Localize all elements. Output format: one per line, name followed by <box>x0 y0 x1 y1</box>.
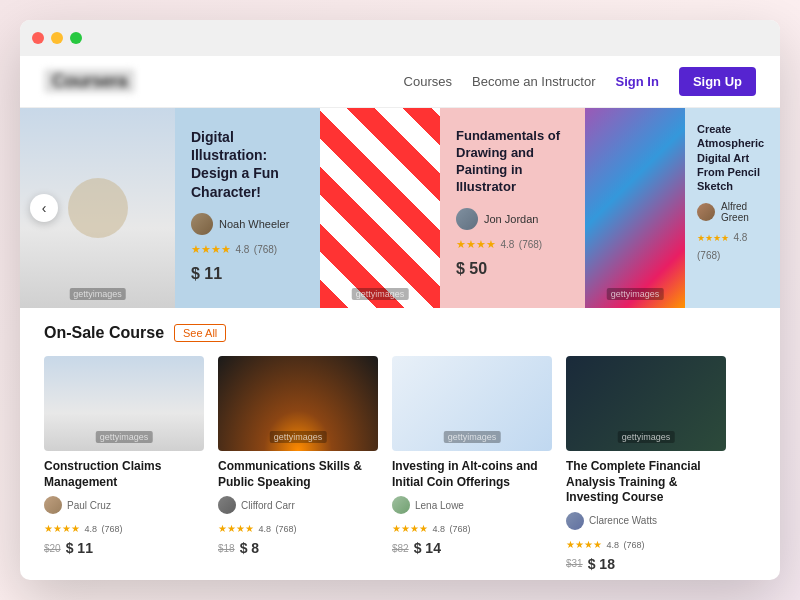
instructor-avatar-investing <box>392 496 410 514</box>
window-content: Coursera Courses Become an Instructor Si… <box>20 56 780 580</box>
watermark-2: gettyimages <box>352 288 409 300</box>
hero-card-sketch[interactable]: Create Atmospheric Digital Art From Penc… <box>685 108 780 308</box>
hero-rating-2: ★★★★ 4.8 (768) <box>456 234 569 252</box>
thumb-watermark-4: gettyimages <box>618 431 675 443</box>
course-title-construction: Construction Claims Management <box>44 459 204 490</box>
course-instructor-communications: Clifford Carr <box>218 496 378 514</box>
course-instructor-investing: Lena Lowe <box>392 496 552 514</box>
nav-signup-button[interactable]: Sign Up <box>679 67 756 96</box>
watermark-1: gettyimages <box>69 288 126 300</box>
course-title-investing: Investing in Alt-coins and Initial Coin … <box>392 459 552 490</box>
instructor-name-financial: Clarence Watts <box>589 515 657 526</box>
instructor-name-construction: Paul Cruz <box>67 500 111 511</box>
instructor-name-investing: Lena Lowe <box>415 500 464 511</box>
course-card-communications[interactable]: gettyimages Communications Skills & Publ… <box>218 356 378 572</box>
course-card-financial[interactable]: gettyimages The Complete Financial Analy… <box>566 356 726 572</box>
hero-instructor-row-2: Jon Jordan <box>456 208 569 230</box>
hero-carousel: ‹ gettyimages Digital Illustration: Desi… <box>20 108 780 308</box>
hero-card-sketch-title: Create Atmospheric Digital Art From Penc… <box>697 122 768 193</box>
hero-card-painting-title: Fundamentals of Drawing and Painting in … <box>456 128 569 196</box>
hero-card-painting[interactable]: Fundamentals of Drawing and Painting in … <box>440 108 585 308</box>
watermark-3: gettyimages <box>607 288 664 300</box>
nav-become-instructor[interactable]: Become an Instructor <box>472 74 596 89</box>
carousel-prev-button[interactable]: ‹ <box>30 194 58 222</box>
instructor-name-communications: Clifford Carr <box>241 500 295 511</box>
course-price-construction: $20 $ 11 <box>44 540 204 556</box>
course-thumb-financial: gettyimages <box>566 356 726 451</box>
hero-card-image-3[interactable]: gettyimages <box>585 108 685 308</box>
course-rating-communications: ★★★★ 4.8 (768) <box>218 518 378 536</box>
course-grid: gettyimages Construction Claims Manageme… <box>44 356 756 572</box>
course-price-financial: $31 $ 18 <box>566 556 726 572</box>
hero-price-1: $ 11 <box>191 265 304 283</box>
instructor-avatar-communications <box>218 496 236 514</box>
course-price-communications: $18 $ 8 <box>218 540 378 556</box>
course-thumb-communications: gettyimages <box>218 356 378 451</box>
nav-links: Courses Become an Instructor Sign In Sig… <box>404 67 756 96</box>
onsale-title: On-Sale Course <box>44 324 164 342</box>
hero-rating-3: ★★★★ 4.8 (768) <box>697 227 768 263</box>
nav-signin[interactable]: Sign In <box>616 74 659 89</box>
minimize-button[interactable] <box>51 32 63 44</box>
course-card-investing[interactable]: gettyimages Investing in Alt-coins and I… <box>392 356 552 572</box>
instructor-avatar-financial <box>566 512 584 530</box>
instructor-name-1: Noah Wheeler <box>219 218 289 230</box>
app-window: Coursera Courses Become an Instructor Si… <box>20 20 780 580</box>
instructor-name-2: Jon Jordan <box>484 213 538 225</box>
course-thumb-construction: gettyimages <box>44 356 204 451</box>
hero-price-2: $ 50 <box>456 260 569 278</box>
course-title-financial: The Complete Financial Analysis Training… <box>566 459 726 506</box>
course-rating-financial: ★★★★ 4.8 (768) <box>566 534 726 552</box>
course-thumb-investing: gettyimages <box>392 356 552 451</box>
course-price-investing: $82 $ 14 <box>392 540 552 556</box>
course-rating-investing: ★★★★ 4.8 (768) <box>392 518 552 536</box>
thumb-watermark-2: gettyimages <box>270 431 327 443</box>
course-card-construction[interactable]: gettyimages Construction Claims Manageme… <box>44 356 204 572</box>
course-rating-construction: ★★★★ 4.8 (768) <box>44 518 204 536</box>
hero-card-illustration-title: Digital Illustration: Design a Fun Chara… <box>191 128 304 201</box>
instructor-avatar-2 <box>456 208 478 230</box>
course-title-communications: Communications Skills & Public Speaking <box>218 459 378 490</box>
instructor-avatar-1 <box>191 213 213 235</box>
hero-rating-1: ★★★★ 4.8 (768) <box>191 239 304 257</box>
titlebar <box>20 20 780 56</box>
thumb-watermark-3: gettyimages <box>444 431 501 443</box>
logo: Coursera <box>44 71 404 92</box>
nav-courses[interactable]: Courses <box>404 74 452 89</box>
hero-card-image-2[interactable]: gettyimages <box>320 108 440 308</box>
onsale-section: On-Sale Course See All gettyimages Const… <box>20 308 780 580</box>
hero-instructor-row-3: Alfred Green <box>697 201 768 223</box>
navbar: Coursera Courses Become an Instructor Si… <box>20 56 780 108</box>
hero-card-illustration[interactable]: Digital Illustration: Design a Fun Chara… <box>175 108 320 308</box>
instructor-avatar-3 <box>697 203 715 221</box>
course-instructor-financial: Clarence Watts <box>566 512 726 530</box>
instructor-name-3: Alfred Green <box>721 201 768 223</box>
onsale-header: On-Sale Course See All <box>44 324 756 342</box>
course-instructor-construction: Paul Cruz <box>44 496 204 514</box>
instructor-avatar-construction <box>44 496 62 514</box>
see-all-button[interactable]: See All <box>174 324 226 342</box>
maximize-button[interactable] <box>70 32 82 44</box>
hero-instructor-row-1: Noah Wheeler <box>191 213 304 235</box>
close-button[interactable] <box>32 32 44 44</box>
thumb-watermark-1: gettyimages <box>96 431 153 443</box>
